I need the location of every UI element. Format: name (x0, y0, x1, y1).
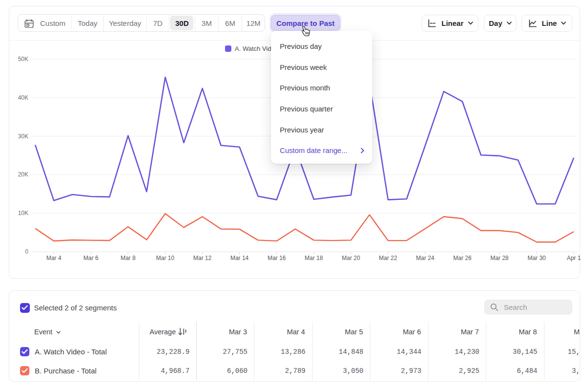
svg-text:Mar 28: Mar 28 (490, 255, 509, 261)
svg-text:50K: 50K (18, 56, 28, 63)
svg-text:40K: 40K (18, 94, 28, 101)
svg-text:Mar 24: Mar 24 (416, 255, 435, 261)
svg-text:Mar 20: Mar 20 (342, 255, 361, 261)
svg-text:0: 0 (25, 248, 28, 255)
svg-text:Mar 22: Mar 22 (379, 255, 398, 261)
svg-text:Mar 16: Mar 16 (268, 255, 286, 261)
svg-text:Mar 14: Mar 14 (230, 255, 249, 261)
svg-text:Mar 8: Mar 8 (120, 255, 135, 261)
svg-text:Mar 6: Mar 6 (84, 255, 99, 261)
svg-text:Mar 10: Mar 10 (156, 255, 175, 261)
svg-text:Mar 26: Mar 26 (453, 255, 472, 261)
svg-text:20K: 20K (18, 171, 28, 178)
svg-text:Mar 30: Mar 30 (527, 255, 546, 261)
svg-text:Mar 4: Mar 4 (46, 255, 62, 261)
svg-text:30K: 30K (18, 133, 28, 140)
svg-text:Apr 1: Apr 1 (567, 255, 581, 261)
svg-text:10K: 10K (18, 210, 28, 217)
svg-text:Mar 12: Mar 12 (193, 255, 212, 261)
svg-text:Mar 18: Mar 18 (305, 255, 323, 261)
